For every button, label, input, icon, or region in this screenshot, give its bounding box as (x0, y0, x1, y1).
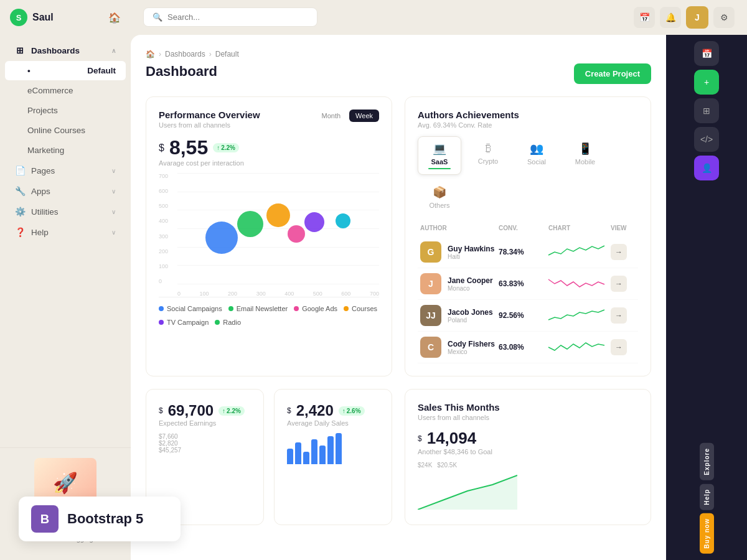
bootstrap-label: Bootstrap 5 (67, 511, 143, 527)
right-panel-grid-btn[interactable]: ⊞ (694, 98, 719, 123)
right-panel-add-btn[interactable]: + (694, 70, 719, 95)
topbar: 🔍 📅 🔔 J ⚙ (131, 0, 747, 35)
sidebar-logo: S Saul (10, 9, 54, 26)
sidebar-item-online-courses[interactable]: Online Courses (5, 121, 126, 140)
breadcrumb-dashboards[interactable]: Dashboards (165, 50, 205, 58)
author-avatar-jacob: JJ (420, 305, 441, 326)
performance-metric-label: Avarage cost per interaction (159, 159, 379, 167)
author-row-jane: J Jane Cooper Monaco 63.83% (418, 268, 638, 300)
bubble-radio (336, 213, 350, 228)
bubble-chart: 700 600 500 400 300 200 100 0 (159, 173, 379, 297)
sales-card: Sales This Months Users from all channel… (405, 389, 651, 525)
sidebar: S Saul 🏠 ⊞ Dashboards ∧ Default eCommerc… (0, 0, 131, 560)
tab-others[interactable]: 📦 Others (418, 180, 461, 215)
help-label[interactable]: Help (700, 484, 714, 510)
sidebar-item-apps[interactable]: 🔧 Apps ∨ (5, 181, 126, 201)
chart-legend: Social Campaigns Email Newsletter Google… (159, 305, 379, 326)
pages-icon: 📄 (15, 166, 25, 175)
sidebar-item-pages[interactable]: 📄 Pages ∨ (5, 161, 126, 180)
apps-icon: 🔧 (15, 186, 25, 196)
right-panel-user-btn[interactable]: 👤 (694, 156, 719, 180)
x-axis: 0 100 200 300 400 500 600 700 (177, 291, 379, 297)
period-month-btn[interactable]: Month (316, 110, 347, 122)
main: 🔍 📅 🔔 J ⚙ 🏠 › Dashboards › Default Dashb… (131, 0, 747, 560)
right-panel-code-btn[interactable]: </> (694, 127, 719, 152)
view-btn-cody[interactable]: → (611, 339, 627, 355)
earnings-badge: 2.2% (218, 406, 245, 416)
bubble-google (266, 203, 290, 227)
legend-radio: Radio (215, 319, 241, 326)
bubble-tv (288, 225, 305, 243)
settings-icon-btn[interactable]: ⚙ (713, 7, 735, 28)
authors-title: Authors Achievements (418, 110, 638, 120)
y-axis: 700 600 500 400 300 200 100 0 (159, 173, 177, 284)
bubble-email (237, 211, 263, 237)
author-avatar-guy: G (420, 241, 441, 263)
period-toggle: Month Week (316, 110, 380, 122)
period-week-btn[interactable]: Week (349, 110, 379, 122)
calendar-icon-btn[interactable]: 📅 (634, 7, 655, 28)
performance-metric: $ 8,55 2.2% (159, 136, 379, 159)
notifications-icon-btn[interactable]: 🔔 (660, 7, 681, 28)
bubble-courses (304, 212, 324, 232)
bar-chart-mini (287, 433, 379, 464)
authors-tabs: 💻 SaaS ₿ Crypto 👥 Social (418, 136, 638, 215)
authors-card: Authors Achievements Avg. 69.34% Conv. R… (405, 96, 651, 376)
content-main: 🏠 › Dashboards › Default Dashboard Creat… (131, 35, 666, 560)
legend-social-campaigns: Social Campaigns (159, 305, 222, 312)
sidebar-item-utilities[interactable]: ⚙️ Utilities ∨ (5, 202, 126, 222)
sidebar-item-dashboards[interactable]: ⊞ Dashboards ∧ (5, 40, 126, 60)
dashboards-icon: ⊞ (15, 45, 25, 55)
daily-sales-card: $ 2,420 2.6% Average Daily Sales (274, 389, 392, 525)
pages-chevron: ∨ (111, 167, 116, 174)
author-avatar-jane: J (420, 273, 441, 294)
search-input[interactable] (167, 12, 308, 22)
daily-sales-label: Average Daily Sales (287, 419, 379, 427)
bubbles-area (177, 173, 379, 284)
search-icon: 🔍 (153, 12, 162, 22)
sidebar-item-default[interactable]: Default (5, 61, 126, 80)
tab-mobile[interactable]: 📱 Mobile (563, 136, 607, 175)
sales-metric: $ 14,094 (418, 429, 638, 448)
chart-jane (548, 274, 611, 293)
daily-sales-metric: $ 2,420 2.6% (287, 402, 379, 419)
author-row-jacob: JJ Jacob Jones Poland 92.56% (418, 300, 638, 332)
sidebar-item-marketing[interactable]: Marketing (5, 141, 126, 160)
view-btn-jacob[interactable]: → (611, 307, 627, 324)
chart-jacob (548, 306, 611, 325)
sidebar-header: S Saul 🏠 (0, 0, 131, 35)
sales-title: Sales This Months (418, 402, 638, 413)
sidebar-nav: ⊞ Dashboards ∧ Default eCommerce Project… (0, 35, 131, 447)
sidebar-item-projects[interactable]: Projects (5, 101, 126, 120)
author-row-cody: C Cody Fishers Mexico 63.08% (418, 332, 638, 363)
sales-goal-label: Another $48,346 to Goal (418, 448, 638, 455)
performance-subtitle: Users from all channels (159, 121, 260, 129)
buy-now-label[interactable]: Buy now (700, 513, 714, 554)
sidebar-toggle-icon[interactable]: 🏠 (108, 12, 121, 24)
utilities-icon: ⚙️ (15, 207, 25, 217)
authors-table-header: AUTHOR CONV. CHART VIEW (418, 225, 638, 231)
tab-saas[interactable]: 💻 SaaS (418, 136, 461, 175)
earnings-label: Expected Earnings (159, 419, 251, 427)
performance-title: Performance Overview (159, 110, 260, 120)
view-btn-guy[interactable]: → (611, 244, 627, 260)
explore-label[interactable]: Explore (700, 443, 714, 480)
author-row-guy: G Guy Hawkins Haiti 78.34% → (418, 236, 638, 268)
breadcrumb-home-icon: 🏠 (146, 50, 155, 58)
sidebar-item-ecommerce[interactable]: eCommerce (5, 81, 126, 100)
author-avatar-cody: C (420, 337, 441, 358)
tab-social[interactable]: 👥 Social (515, 136, 558, 175)
legend-tv-campaign: TV Campaign (159, 319, 209, 326)
sidebar-item-help[interactable]: ❓ Help ∨ (5, 222, 126, 242)
user-avatar[interactable]: J (686, 6, 708, 29)
app-name: Saul (32, 12, 54, 23)
bootstrap-overlay: B Bootstrap 5 (19, 497, 181, 541)
right-panel-calendar-btn[interactable]: 📅 (694, 41, 719, 66)
tab-crypto[interactable]: ₿ Crypto (466, 136, 510, 175)
search-box[interactable]: 🔍 (143, 7, 317, 27)
view-btn-jane[interactable]: → (611, 276, 627, 292)
legend-courses: Courses (344, 305, 377, 312)
content-body: 🏠 › Dashboards › Default Dashboard Creat… (131, 35, 747, 560)
sales-subtitle: Users from all channels (418, 414, 638, 421)
create-project-button[interactable]: Create Project (574, 63, 651, 84)
